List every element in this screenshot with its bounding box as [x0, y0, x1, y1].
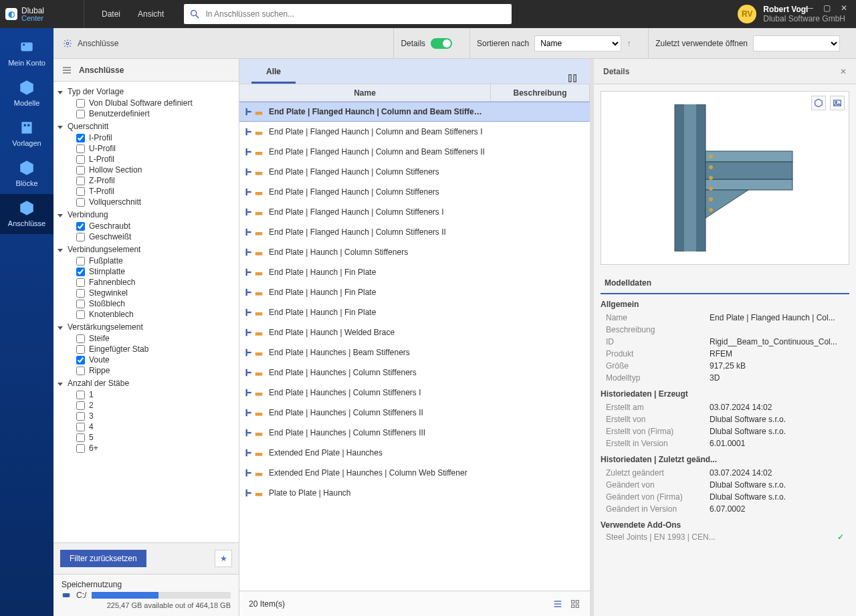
table-row[interactable]: End Plate | Haunch | Fin Plate — [239, 262, 590, 282]
table-row[interactable]: End Plate | Flanged Haunch | Column Stif… — [239, 202, 590, 222]
group-member-count[interactable]: Anzahl der Stäbe — [58, 377, 235, 389]
preview-3d-icon[interactable] — [811, 96, 826, 110]
toolbar: Anschlüsse Details Sortieren nach Name ↑… — [54, 28, 856, 59]
preview-render — [648, 104, 802, 251]
search-input[interactable] — [204, 9, 506, 19]
list-view-icon[interactable] — [552, 599, 563, 609]
chk-3[interactable]: 3 — [76, 411, 235, 421]
chk-1[interactable]: 1 — [76, 389, 235, 400]
table-row[interactable]: End Plate | Haunches | Column Stiffeners… — [239, 383, 590, 403]
account-icon — [17, 39, 37, 56]
chk-fahnenblech[interactable]: Fahnenblech — [76, 277, 235, 288]
table-row[interactable]: End Plate | Haunches | Column Stiffeners… — [239, 403, 590, 423]
svg-rect-58 — [255, 393, 263, 396]
svg-rect-59 — [246, 409, 247, 416]
chk-4[interactable]: 4 — [76, 421, 235, 432]
svg-marker-88 — [706, 190, 748, 218]
chk-stirnplatte[interactable]: Stirnplatte — [76, 266, 235, 277]
columns-icon[interactable] — [567, 73, 578, 84]
chk-stossblech[interactable]: Stoßblech — [76, 298, 235, 309]
chk-l-profil[interactable]: L-Profil — [76, 154, 235, 165]
table-row[interactable]: End Plate | Haunch | Fin Plate — [239, 302, 590, 322]
chk-knotenblech[interactable]: Knotenblech — [76, 309, 235, 320]
table-row[interactable]: End Plate | Flanged Haunch | Column Stif… — [239, 162, 590, 182]
val-name: End Plate | Flanged Haunch | Col... — [710, 313, 844, 322]
sort-direction-icon[interactable]: ↑ — [627, 39, 631, 48]
menu-file[interactable]: Datei — [102, 9, 120, 19]
table-row[interactable]: End Plate | Haunch | Column Stiffeners — [239, 242, 590, 262]
chk-geschweisst[interactable]: Geschweißt — [76, 231, 235, 242]
table-row[interactable]: End Plate | Flanged Haunch | Column and … — [239, 102, 590, 122]
row-icon — [243, 207, 263, 217]
table-row[interactable]: End Plate | Flanged Haunch | Column Stif… — [239, 222, 590, 242]
table-row[interactable]: End Plate | Flanged Haunch | Column Stif… — [239, 182, 590, 202]
search-box[interactable] — [184, 4, 512, 24]
chk-u-profil[interactable]: U-Profil — [76, 143, 235, 154]
chk-rippe[interactable]: Rippe — [76, 365, 235, 376]
chk-6plus[interactable]: 6+ — [76, 443, 235, 453]
menu-view[interactable]: Ansicht — [138, 9, 164, 19]
chk-vollquerschnitt[interactable]: Vollquerschnitt — [76, 197, 235, 207]
preview-image-icon[interactable] — [830, 96, 845, 110]
recent-select[interactable] — [753, 35, 840, 52]
connection-icon — [17, 199, 37, 217]
addon-text: Steel Joints | EN 1993 | CEN... — [606, 532, 716, 542]
svg-rect-42 — [247, 291, 251, 292]
rail-account[interactable]: Mein Konto — [0, 33, 54, 74]
preview-box — [601, 91, 849, 265]
tab-all[interactable]: Alle — [251, 62, 296, 84]
col-name[interactable]: Name — [239, 84, 491, 101]
chk-dlubal-defined[interactable]: Von Dlubal Software definiert — [76, 98, 235, 108]
modeldata-tab[interactable]: Modelldaten — [601, 272, 849, 294]
rail-models[interactable]: Modelle — [0, 74, 54, 114]
table-row[interactable]: Extended End Plate | Haunches | Column W… — [239, 463, 590, 483]
svg-rect-36 — [247, 251, 251, 252]
chk-z-profil[interactable]: Z-Profil — [76, 175, 235, 186]
table-row[interactable]: End Plate | Flanged Haunch | Column and … — [239, 142, 590, 162]
details-toggle[interactable] — [431, 38, 452, 49]
chk-fussplatte[interactable]: Fußplatte — [76, 255, 235, 266]
table-row[interactable]: End Plate | Haunch | Welded Brace — [239, 322, 590, 342]
table-row[interactable]: End Plate | Haunches | Beam Stiffeners — [239, 342, 590, 363]
chk-voute[interactable]: Voute — [76, 354, 235, 365]
col-desc[interactable]: Beschreibung — [491, 84, 590, 101]
group-element[interactable]: Verbindungselement — [58, 243, 235, 255]
rail-connections[interactable]: Anschlüsse — [0, 194, 54, 234]
table-row[interactable]: Plate to Plate | Haunch — [239, 483, 590, 503]
cube-icon — [17, 79, 37, 96]
group-type[interactable]: Typ der Vorlage — [58, 86, 235, 98]
chk-i-profil[interactable]: I-Profil — [76, 132, 235, 143]
drive-icon — [62, 591, 71, 600]
row-icon — [243, 268, 263, 277]
chk-5[interactable]: 5 — [76, 432, 235, 443]
rail-blocks[interactable]: Blöcke — [0, 154, 54, 194]
group-connection[interactable]: Verbindung — [58, 209, 235, 221]
details-close-icon[interactable]: ✕ — [840, 67, 847, 76]
svg-rect-65 — [246, 449, 247, 456]
group-crosssection[interactable]: Querschnitt — [58, 120, 235, 132]
chk-hollow[interactable]: Hollow Section — [76, 165, 235, 175]
chk-geschraubt[interactable]: Geschraubt — [76, 221, 235, 231]
table-row[interactable]: Extended End Plate | Haunches — [239, 443, 590, 463]
chk-eingefuegter-stab[interactable]: Eingefügter Stab — [76, 344, 235, 354]
chk-2[interactable]: 2 — [76, 400, 235, 411]
close-icon[interactable]: ✕ — [839, 3, 849, 13]
rail-templates[interactable]: Vorlagen — [0, 114, 54, 154]
row-icon — [243, 147, 263, 157]
chk-user-defined[interactable]: Benutzerdefiniert — [76, 108, 235, 119]
table-row[interactable]: End Plate | Haunch | Fin Plate — [239, 282, 590, 302]
table-row[interactable]: End Plate | Haunches | Column Stiffeners — [239, 363, 590, 383]
table-row[interactable]: End Plate | Flanged Haunch | Column and … — [239, 122, 590, 142]
table-row[interactable]: End Plate | Haunches | Column Stiffeners… — [239, 423, 590, 443]
sort-select[interactable]: Name — [534, 35, 621, 52]
maximize-icon[interactable]: ▢ — [821, 3, 832, 13]
reset-filter-button[interactable]: Filter zurücksetzen — [60, 550, 146, 567]
row-name: End Plate | Haunches | Beam Stiffeners — [269, 348, 487, 357]
group-stiffener[interactable]: Verstärkungselement — [58, 321, 235, 333]
chk-steife[interactable]: Steife — [76, 333, 235, 344]
chk-stegwinkel[interactable]: Stegwinkel — [76, 288, 235, 298]
grid-view-icon[interactable] — [570, 599, 580, 609]
favorite-button[interactable]: ★ — [215, 550, 232, 567]
chk-t-profil[interactable]: T-Profil — [76, 186, 235, 197]
minimize-icon[interactable]: — — [804, 3, 815, 13]
